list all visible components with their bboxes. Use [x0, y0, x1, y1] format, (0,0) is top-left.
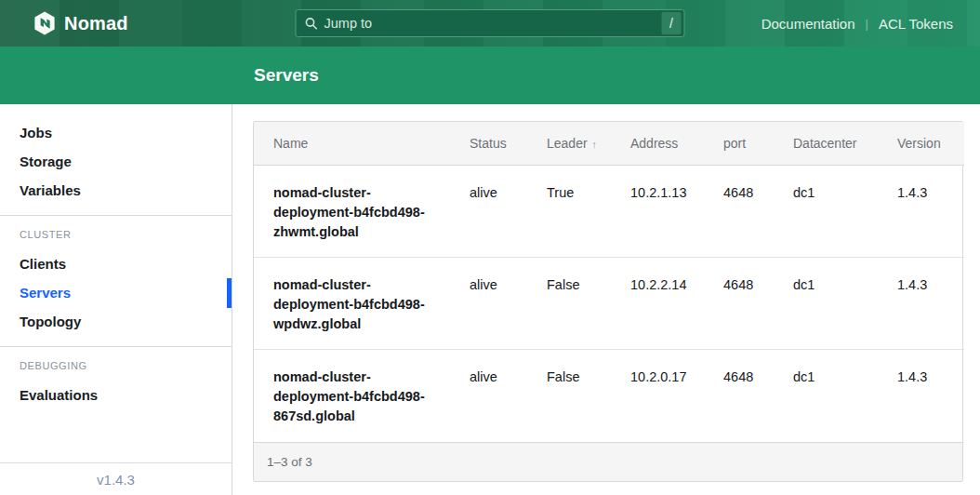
nav-links-divider: | [866, 17, 868, 31]
slash-shortcut-badge: / [662, 12, 682, 34]
sidebar-cluster-menu: Clients Servers Topology [0, 256, 232, 330]
sidebar-debugging-menu: Evaluations [0, 387, 232, 404]
sidebar-item-variables[interactable]: Variables [0, 182, 232, 199]
server-version: 1.4.3 [897, 350, 964, 442]
sidebar-divider [0, 346, 232, 347]
table-header-row: Name Status Leader↑ Address port Datacen… [254, 122, 964, 166]
table-row[interactable]: nomad-cluster-deployment-b4fcbd498-867sd… [254, 350, 964, 442]
search-placeholder: Jump to [324, 16, 662, 31]
pagination-status: 1–3 of 3 [254, 442, 962, 481]
column-header-datacenter[interactable]: Datacenter [793, 122, 897, 166]
documentation-link[interactable]: Documentation [761, 16, 855, 32]
sidebar: Jobs Storage Variables CLUSTER Clients S… [0, 104, 232, 495]
page-header: Servers [0, 47, 980, 104]
sidebar-item-clients[interactable]: Clients [0, 256, 232, 273]
servers-table: Name Status Leader↑ Address port Datacen… [254, 122, 964, 442]
page-title: Servers [254, 65, 319, 86]
server-name[interactable]: nomad-cluster-deployment-b4fcbd498-wpdwz… [254, 258, 470, 350]
sidebar-item-storage[interactable]: Storage [0, 154, 232, 170]
sidebar-item-servers[interactable]: Servers [0, 285, 232, 301]
servers-table-card: Name Status Leader↑ Address port Datacen… [253, 121, 963, 482]
sidebar-footer: v1.4.3 [0, 462, 232, 495]
nomad-brand[interactable]: Nomad [33, 0, 128, 47]
server-status: alive [470, 350, 547, 442]
sort-ascending-icon: ↑ [592, 139, 598, 150]
server-status: alive [470, 166, 547, 258]
server-datacenter: dc1 [793, 166, 897, 258]
sidebar-item-topology[interactable]: Topology [0, 314, 232, 330]
sidebar-item-jobs[interactable]: Jobs [0, 125, 232, 141]
main-content: Name Status Leader↑ Address port Datacen… [232, 104, 980, 495]
table-row[interactable]: nomad-cluster-deployment-b4fcbd498-wpdwz… [254, 258, 964, 350]
server-port: 4648 [723, 258, 793, 350]
table-row[interactable]: nomad-cluster-deployment-b4fcbd498-zhwmt… [254, 166, 964, 258]
top-navbar: Nomad Jump to / Documentation | ACL Toke… [0, 0, 980, 47]
server-address: 10.2.0.17 [630, 350, 723, 442]
acl-tokens-link[interactable]: ACL Tokens [879, 16, 953, 32]
brand-name: Nomad [64, 13, 128, 34]
column-header-address[interactable]: Address [630, 122, 723, 166]
sidebar-item-evaluations[interactable]: Evaluations [0, 387, 232, 404]
server-datacenter: dc1 [793, 350, 897, 442]
server-leader: False [547, 350, 630, 442]
column-header-leader[interactable]: Leader↑ [547, 122, 630, 166]
column-header-version[interactable]: Version [897, 122, 964, 166]
server-version: 1.4.3 [897, 166, 964, 258]
server-datacenter: dc1 [793, 258, 897, 350]
column-header-port[interactable]: port [723, 122, 793, 166]
column-header-status[interactable]: Status [470, 122, 547, 166]
server-port: 4648 [723, 350, 793, 442]
server-port: 4648 [723, 166, 793, 258]
server-address: 10.2.2.14 [630, 258, 723, 350]
server-address: 10.2.1.13 [630, 166, 723, 258]
server-leader: True [547, 166, 630, 258]
jump-to-search-input[interactable]: Jump to / [296, 9, 685, 37]
server-status: alive [470, 258, 547, 350]
search-icon [305, 17, 319, 31]
nomad-logo-icon [33, 11, 56, 35]
sidebar-primary-menu: Jobs Storage Variables [0, 125, 232, 199]
server-name[interactable]: nomad-cluster-deployment-b4fcbd498-867sd… [254, 350, 470, 442]
server-version: 1.4.3 [897, 258, 964, 350]
sidebar-section-label-cluster: CLUSTER [0, 229, 232, 240]
column-header-name[interactable]: Name [254, 122, 470, 166]
version-label: v1.4.3 [97, 472, 135, 488]
sidebar-divider [0, 215, 232, 216]
navbar-links: Documentation | ACL Tokens [761, 0, 953, 47]
server-name[interactable]: nomad-cluster-deployment-b4fcbd498-zhwmt… [254, 166, 470, 258]
server-leader: False [547, 258, 630, 350]
sidebar-section-label-debugging: DEBUGGING [0, 360, 232, 371]
